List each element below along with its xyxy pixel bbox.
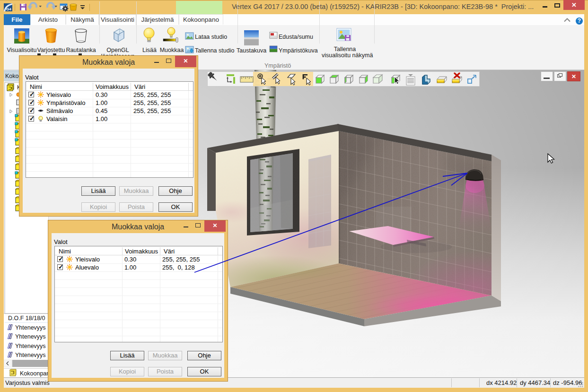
- svg-text:G4: G4: [6, 7, 11, 11]
- svg-text:Kokoonpano: Kokoonpano: [20, 370, 49, 377]
- svg-text:Yhtenevyys: Yhtenevyys: [15, 352, 46, 358]
- svg-text:Yhtenevyys: Yhtenevyys: [15, 324, 46, 331]
- svg-text:Yhtenevyys: Yhtenevyys: [15, 333, 46, 340]
- svg-text:D.O.F 18/18/0: D.O.F 18/18/0: [8, 315, 45, 322]
- svg-text:Yhtenevyys: Yhtenevyys: [15, 343, 46, 349]
